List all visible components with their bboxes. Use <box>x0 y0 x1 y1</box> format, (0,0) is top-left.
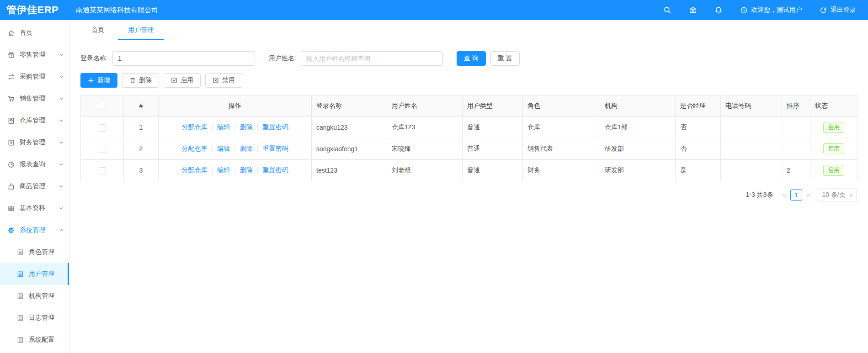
page-size-select[interactable]: 10 条/页 ∨ <box>818 189 857 201</box>
sidebar-item-log-mgmt[interactable]: 日志管理 <box>0 307 69 329</box>
cell-org: 研发部 <box>600 138 676 160</box>
login-name-input[interactable] <box>112 51 255 66</box>
sidebar-item-system-config[interactable]: 系统配置 <box>0 329 69 351</box>
doc-icon <box>16 314 24 322</box>
sidebar-item-retail[interactable]: 零售管理 <box>0 44 69 66</box>
sidebar-item-user-mgmt[interactable]: 用户管理 <box>0 263 69 285</box>
next-page-button[interactable]: > <box>804 192 813 199</box>
delete-link[interactable]: 删除 <box>240 145 253 152</box>
chevron-down-icon <box>59 53 64 57</box>
user-table: # 操作 登录名称 用户姓名 用户类型 角色 机构 是否经理 电话号码 排序 状… <box>80 95 857 181</box>
sidebar-item-finance[interactable]: 财务管理 <box>0 132 69 153</box>
cell-is-manager: 否 <box>676 117 721 138</box>
sidebar-item-label: 商品管理 <box>20 182 59 190</box>
chevron-down-icon <box>59 140 64 145</box>
trash-icon <box>129 77 136 84</box>
sidebar-item-label: 日志管理 <box>29 314 64 322</box>
sidebar-item-system[interactable]: 系统管理 <box>0 219 69 241</box>
chevron-down-icon <box>59 184 64 189</box>
sidebar-item-role-mgmt[interactable]: 角色管理 <box>0 241 69 263</box>
cell-user-type: 普通 <box>463 160 523 181</box>
logout-button[interactable]: 退出登录 <box>820 6 856 14</box>
sidebar: 首页 零售管理 采购管理 销售管理 仓库管理 财务管理 <box>0 20 69 353</box>
user-name-input[interactable] <box>301 51 443 66</box>
sidebar-item-reports[interactable]: 报表查询 <box>0 153 69 175</box>
row-checkbox[interactable] <box>99 146 106 153</box>
current-page[interactable]: 1 <box>790 189 802 201</box>
sidebar-item-basic-data[interactable]: 基本资料 <box>0 197 69 219</box>
sidebar-item-label: 销售管理 <box>20 95 59 103</box>
sidebar-item-goods[interactable]: 商品管理 <box>0 175 69 197</box>
col-login-name: 登录名称 <box>312 95 387 117</box>
delete-button[interactable]: 删除 <box>122 73 159 88</box>
user-name-label: 用户姓名: <box>269 54 296 63</box>
warehouse-icon <box>7 117 15 125</box>
assign-warehouse-link[interactable]: 分配仓库 <box>182 166 208 174</box>
row-checkbox[interactable] <box>99 167 106 174</box>
select-all-checkbox[interactable] <box>99 103 106 110</box>
chevron-down-icon <box>59 118 64 123</box>
chevron-down-icon <box>59 162 64 167</box>
edit-link[interactable]: 编辑 <box>217 123 230 131</box>
chevron-down-icon <box>59 206 64 211</box>
edit-link[interactable]: 编辑 <box>217 145 230 152</box>
op-divider: | <box>234 123 236 131</box>
pie-chart-icon <box>7 161 15 169</box>
sidebar-item-purchase[interactable]: 采购管理 <box>0 66 69 88</box>
sidebar-item-sales[interactable]: 销售管理 <box>0 88 69 110</box>
op-divider: | <box>257 145 259 152</box>
op-divider: | <box>212 145 213 152</box>
search-button[interactable]: 查 询 <box>457 51 486 66</box>
assign-warehouse-link[interactable]: 分配仓库 <box>182 145 208 152</box>
disable-button[interactable]: 禁用 <box>205 73 242 88</box>
doc-icon <box>16 270 24 278</box>
add-button[interactable]: 新增 <box>80 73 117 88</box>
cell-user-type: 普通 <box>463 117 523 138</box>
op-divider: | <box>257 123 259 131</box>
welcome-text: 欢迎您，测试用户 <box>751 6 802 14</box>
reset-password-link[interactable]: 重置密码 <box>262 166 288 174</box>
col-user-type: 用户类型 <box>463 95 523 117</box>
cell-sort <box>782 117 810 138</box>
table-header-row: # 操作 登录名称 用户姓名 用户类型 角色 机构 是否经理 电话号码 排序 状… <box>81 95 857 117</box>
table-row: 3 分配仓库|编辑|删除|重置密码 test123 刘老根 普通 财务 研发部 … <box>81 160 857 181</box>
op-divider: | <box>234 145 236 152</box>
delete-link[interactable]: 删除 <box>240 123 253 131</box>
user-clock-icon <box>740 6 748 14</box>
blocks-icon <box>7 205 15 212</box>
sales-icon <box>7 95 15 103</box>
check-square-icon <box>171 77 177 84</box>
row-checkbox[interactable] <box>99 124 106 132</box>
platform-icon[interactable] <box>689 6 697 14</box>
col-phone: 电话号码 <box>721 95 782 117</box>
col-sort: 排序 <box>782 95 810 117</box>
home-icon <box>7 29 15 37</box>
bell-icon[interactable] <box>714 6 723 14</box>
finance-icon <box>7 139 15 147</box>
sidebar-item-label: 报表查询 <box>20 160 59 169</box>
cell-user-name: 刘老根 <box>387 160 463 181</box>
sidebar-item-label: 系统管理 <box>20 226 59 234</box>
tab-home[interactable]: 首页 <box>81 20 114 40</box>
reset-password-link[interactable]: 重置密码 <box>262 123 288 131</box>
op-divider: | <box>212 123 213 131</box>
prev-page-button[interactable]: < <box>779 192 788 199</box>
header-actions: 欢迎您，测试用户 退出登录 <box>646 6 868 14</box>
sidebar-item-warehouse[interactable]: 仓库管理 <box>0 110 69 132</box>
op-divider: | <box>212 166 213 174</box>
tab-user-mgmt[interactable]: 用户管理 <box>118 20 164 40</box>
reset-password-link[interactable]: 重置密码 <box>262 145 288 152</box>
sidebar-item-home[interactable]: 首页 <box>0 22 69 44</box>
cell-user-name: 仓库123 <box>387 117 463 138</box>
search-icon[interactable] <box>663 6 671 14</box>
logout-icon <box>820 6 827 14</box>
enable-button[interactable]: 启用 <box>164 73 201 88</box>
delete-link[interactable]: 删除 <box>240 166 253 174</box>
sidebar-item-org-mgmt[interactable]: 机构管理 <box>0 285 69 307</box>
reset-button[interactable]: 重 置 <box>490 51 520 66</box>
chevron-down-icon: ∨ <box>849 192 852 198</box>
cell-login-name: test123 <box>312 160 387 181</box>
edit-link[interactable]: 编辑 <box>217 166 230 174</box>
assign-warehouse-link[interactable]: 分配仓库 <box>182 123 208 131</box>
user-menu[interactable]: 欢迎您，测试用户 <box>740 6 802 14</box>
